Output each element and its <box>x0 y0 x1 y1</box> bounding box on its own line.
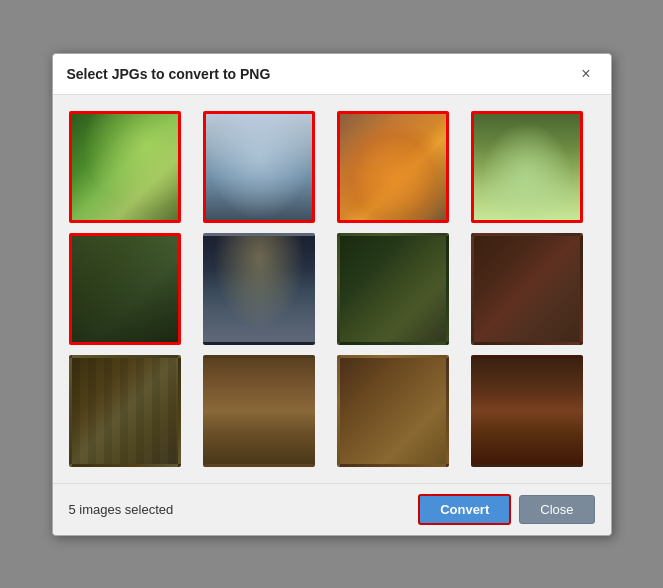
image-cell-11[interactable] <box>337 355 449 467</box>
dialog-header: Select JPGs to convert to PNG × <box>53 54 611 95</box>
image-cell-4[interactable] <box>471 111 583 223</box>
image-cell-8[interactable] <box>471 233 583 345</box>
dialog-close-button[interactable]: × <box>575 64 596 84</box>
image-cell-7[interactable] <box>337 233 449 345</box>
dialog-body <box>53 95 611 483</box>
image-grid <box>69 111 595 467</box>
dialog-footer: 5 images selected Convert Close <box>53 483 611 535</box>
dialog-title: Select JPGs to convert to PNG <box>67 66 271 82</box>
image-cell-12[interactable] <box>471 355 583 467</box>
image-cell-9[interactable] <box>69 355 181 467</box>
image-cell-6[interactable] <box>203 233 315 345</box>
image-cell-10[interactable] <box>203 355 315 467</box>
close-button[interactable]: Close <box>519 495 594 524</box>
image-cell-2[interactable] <box>203 111 315 223</box>
dialog: Select JPGs to convert to PNG × <box>52 53 612 536</box>
convert-button[interactable]: Convert <box>418 494 511 525</box>
status-text: 5 images selected <box>69 502 174 517</box>
image-cell-5[interactable] <box>69 233 181 345</box>
image-cell-1[interactable] <box>69 111 181 223</box>
image-cell-3[interactable] <box>337 111 449 223</box>
